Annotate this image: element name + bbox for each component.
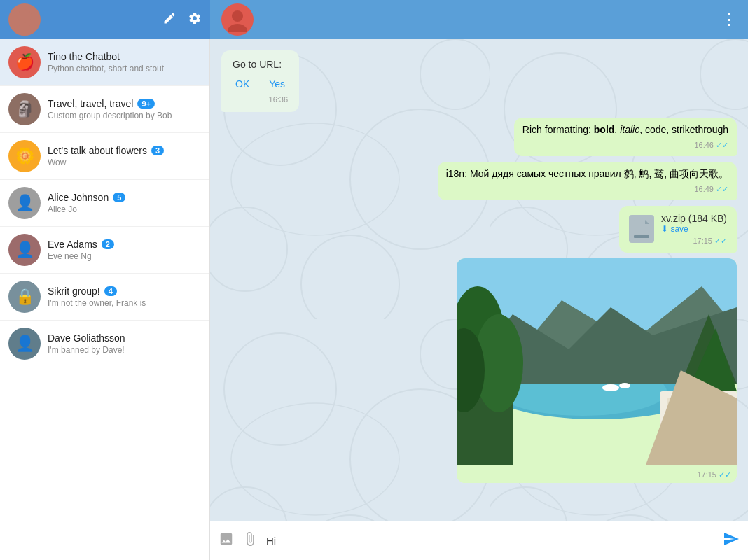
preview-travel: Custom group description by Bob (48, 111, 201, 120)
sidebar-item-alice[interactable]: 👤Alice Johnson5Alice Jo (0, 180, 209, 227)
sidebar-header (0, 0, 210, 39)
compose-icon[interactable] (162, 11, 176, 29)
chat-name-chatbot: Tino the Chatbot (48, 51, 120, 62)
conversation-list: 🍎Tino the ChatbotPython chatbot, short a… (0, 39, 210, 560)
preview-sikrit: I'm not the owner, Frank is (48, 298, 201, 308)
chat-name-sikrit: Sikrit group! (48, 286, 100, 297)
file-name: xv.zip (184 KB) (661, 213, 727, 224)
image-time: 17:15 ✓✓ (457, 465, 737, 483)
url-dialog-title: Go to URL: (233, 59, 288, 70)
text-bubble: i18n: Мой дядя самых честных правил 鹩, 鹪… (438, 162, 737, 200)
rich-text-bubble: Rich formatting: bold, italic, code, str… (514, 118, 737, 156)
name-row-alice: Alice Johnson5 (48, 192, 201, 203)
avatar-chatbot: 🍎 (8, 46, 41, 78)
chat-header-avatar (221, 4, 254, 36)
main-content: 🍎Tino the ChatbotPython chatbot, short a… (0, 39, 748, 560)
avatar-sikrit: 🔒 (8, 281, 41, 313)
name-row-flowers: Let's talk about flowers3 (48, 145, 201, 156)
rich-text-content: Rich formatting: bold, italic, code, str… (522, 123, 728, 137)
send-button[interactable] (723, 531, 740, 552)
chat-info-chatbot: Tino the ChatbotPython chatbot, short an… (48, 51, 201, 74)
file-bubble: xv.zip (184 KB)⬇ save17:15 ✓✓ (619, 206, 737, 253)
preview-dave: I'm banned by Dave! (48, 345, 201, 355)
chat-name-alice: Alice Johnson (48, 192, 109, 203)
url-yes-button[interactable]: Yes (266, 77, 288, 91)
chat-info-flowers: Let's talk about flowers3Wow (48, 145, 201, 167)
message-row-msg2: Rich formatting: bold, italic, code, str… (221, 118, 737, 156)
badge-flowers: 3 (151, 146, 164, 155)
avatar-dave: 👤 (8, 328, 41, 360)
sidebar-item-chatbot[interactable]: 🍎Tino the ChatbotPython chatbot, short a… (0, 39, 209, 86)
svg-marker-5 (645, 220, 649, 224)
preview-eve: Eve nee Ng (48, 251, 201, 261)
svg-point-26 (619, 383, 630, 388)
image-bubble: 17:15 ✓✓ (457, 258, 737, 483)
svg-point-0 (18, 9, 32, 23)
chat-image (457, 258, 737, 465)
svg-rect-6 (634, 235, 649, 238)
message-row-msg4: xv.zip (184 KB)⬇ save17:15 ✓✓ (221, 206, 737, 253)
chat-info-alice: Alice Johnson5Alice Jo (48, 192, 201, 214)
badge-eve: 2 (102, 239, 114, 249)
user-avatar (8, 4, 41, 36)
svg-point-2 (232, 10, 243, 22)
preview-alice: Alice Jo (48, 204, 201, 214)
file-save-button[interactable]: ⬇ save (661, 224, 727, 234)
chat-info-sikrit: Sikrit group!4I'm not the owner, Frank i… (48, 286, 201, 308)
chat-name-dave: Dave Goliathsson (48, 332, 125, 344)
avatar-eve: 👤 (8, 234, 41, 266)
input-area (210, 521, 748, 560)
url-dialog-buttons: OKYes (233, 77, 288, 91)
chat-name-travel: Travel, travel, travel (48, 98, 133, 109)
settings-icon[interactable] (188, 11, 202, 29)
sidebar-item-travel[interactable]: 🗿Travel, travel, travel9+Custom group de… (0, 86, 209, 133)
chat-area: Go to URL:OKYes16:36Rich formatting: bol… (210, 39, 748, 560)
file-info: xv.zip (184 KB)⬇ save17:15 ✓✓ (661, 213, 727, 246)
preview-flowers: Wow (48, 158, 201, 167)
message-time: 16:36 (233, 95, 288, 104)
chat-name-eve: Eve Adams (48, 239, 97, 250)
sidebar-item-dave[interactable]: 👤Dave GoliathssonI'm banned by Dave! (0, 321, 209, 368)
attach-icon[interactable] (242, 531, 258, 550)
name-row-sikrit: Sikrit group!4 (48, 286, 201, 297)
sidebar-item-sikrit[interactable]: 🔒Sikrit group!4I'm not the owner, Frank … (0, 274, 209, 321)
message-time: 17:15 ✓✓ (661, 237, 727, 246)
chat-header: ⋮ (210, 0, 748, 39)
preview-chatbot: Python chatbot, short and stout (48, 64, 201, 74)
message-input[interactable] (266, 535, 714, 547)
top-bar: ⋮ (0, 0, 748, 39)
avatar-alice: 👤 (8, 187, 41, 219)
avatar-flowers: 🌼 (8, 140, 41, 172)
url-dialog-bubble: Go to URL:OKYes16:36 (221, 50, 299, 112)
name-row-dave: Dave Goliathsson (48, 332, 201, 344)
more-options-icon[interactable]: ⋮ (721, 10, 737, 29)
sidebar-item-eve[interactable]: 👤Eve Adams2Eve nee Ng (0, 227, 209, 274)
message-row-msg5: 17:15 ✓✓ (221, 258, 737, 483)
chat-name-flowers: Let's talk about flowers (48, 145, 147, 156)
name-row-chatbot: Tino the Chatbot (48, 51, 201, 62)
text-content: i18n: Мой дядя самых честных правил 鹩, 鹪… (446, 167, 728, 181)
name-row-eve: Eve Adams2 (48, 239, 201, 250)
message-time: 16:49 ✓✓ (446, 184, 728, 195)
photo-icon[interactable] (219, 531, 234, 550)
url-ok-button[interactable]: OK (233, 77, 252, 91)
svg-point-25 (602, 384, 619, 391)
svg-point-1 (12, 24, 37, 36)
chat-info-travel: Travel, travel, travel9+Custom group des… (48, 98, 201, 120)
chat-info-dave: Dave GoliathssonI'm banned by Dave! (48, 332, 201, 355)
file-icon (629, 215, 654, 243)
sidebar-header-icons (162, 11, 202, 29)
chat-info-eve: Eve Adams2Eve nee Ng (48, 239, 201, 261)
image-bubble-wrap: 17:15 ✓✓ (457, 258, 737, 483)
badge-travel: 9+ (137, 99, 155, 108)
avatar-travel: 🗿 (8, 93, 41, 125)
badge-sikrit: 4 (104, 286, 117, 296)
badge-alice: 5 (113, 192, 125, 202)
message-row-msg3: i18n: Мой дядя самых честных правил 鹩, 鹪… (221, 162, 737, 200)
messages-container[interactable]: Go to URL:OKYes16:36Rich formatting: bol… (210, 39, 748, 521)
message-time: 16:46 ✓✓ (522, 140, 728, 150)
app-container: ⋮ 🍎Tino the ChatbotPython chatbot, short… (0, 0, 748, 560)
svg-point-3 (228, 24, 247, 32)
sidebar-item-flowers[interactable]: 🌼Let's talk about flowers3Wow (0, 133, 209, 180)
name-row-travel: Travel, travel, travel9+ (48, 98, 201, 109)
